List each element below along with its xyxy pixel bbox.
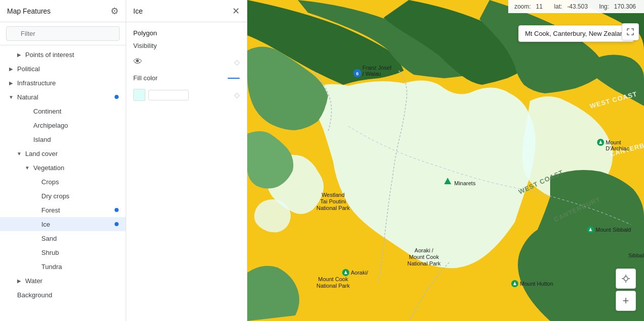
- chevron-forest: [31, 206, 39, 214]
- svg-text:National Park: National Park: [316, 283, 350, 289]
- label-archipelago: Archipelago: [33, 122, 119, 129]
- visibility-label: Visibility: [133, 42, 157, 49]
- visibility-row: Visibility: [133, 42, 240, 49]
- nav-item-natural[interactable]: ▼Natural: [0, 90, 126, 104]
- nav-item-forest[interactable]: Forest: [0, 203, 126, 217]
- sidebar-title: Map Features: [7, 7, 50, 15]
- label-island: Island: [33, 136, 119, 143]
- chevron-dry-crops: [31, 192, 39, 200]
- chevron-natural: ▼: [7, 93, 15, 101]
- fill-color-row: Fill color: [133, 74, 240, 82]
- sidebar: Map Features ⚙ ≡ ▶Points of interest▶Pol…: [0, 0, 126, 321]
- nav-item-ice[interactable]: Ice: [0, 217, 126, 231]
- svg-text:Mount Cook: Mount Cook: [318, 276, 348, 282]
- nav-item-water[interactable]: ▶Water: [0, 274, 126, 288]
- svg-text:Tai Poutini: Tai Poutini: [320, 198, 346, 204]
- color-hex-input[interactable]: DBFFF8: [148, 90, 189, 100]
- svg-text:/ Walau: / Walau: [362, 71, 381, 77]
- nav-item-sand[interactable]: Sand: [0, 231, 126, 245]
- label-ice: Ice: [41, 221, 115, 228]
- chevron-ice: [31, 220, 39, 228]
- svg-text:Minarets: Minarets: [454, 180, 476, 186]
- nav-item-land-cover[interactable]: ▼Land cover: [0, 146, 126, 161]
- zoom-in-button[interactable]: +: [616, 291, 636, 311]
- zoom-value: 11: [536, 3, 543, 10]
- svg-text:Aoraki /: Aoraki /: [414, 247, 434, 253]
- chevron-land-cover: ▼: [15, 149, 23, 157]
- dot-natural: [115, 95, 119, 99]
- color-input-row: DBFFF8 ◇: [133, 89, 240, 101]
- chevron-political: ▶: [7, 65, 15, 73]
- chevron-continent: [23, 107, 31, 115]
- nav-item-crops[interactable]: Crops: [0, 175, 126, 189]
- nav-item-continent[interactable]: Continent: [0, 104, 126, 118]
- label-infrastructure: Infrastructure: [17, 79, 119, 87]
- svg-text:Mount: Mount: [606, 139, 621, 145]
- svg-text:Mount Hutton: Mount Hutton: [520, 281, 553, 287]
- label-vegetation: Vegetation: [33, 164, 119, 172]
- filter-wrapper: ≡: [6, 26, 120, 41]
- chevron-points-of-interest: ▶: [15, 50, 23, 59]
- label-background: Background: [17, 291, 119, 299]
- color-input-container: DBFFF8: [133, 89, 189, 101]
- label-sand: Sand: [41, 235, 119, 242]
- sidebar-header: Map Features ⚙: [0, 0, 126, 22]
- nav-tree: ▶Points of interest▶Political▶Infrastruc…: [0, 45, 126, 321]
- chevron-crops: [31, 178, 39, 186]
- dot-ice: [115, 222, 119, 226]
- nav-item-tundra[interactable]: Tundra: [0, 259, 126, 274]
- fill-color-line: [228, 78, 240, 79]
- fullscreen-button[interactable]: [622, 23, 639, 40]
- chevron-shrub: [31, 248, 39, 256]
- location-button[interactable]: [616, 269, 636, 289]
- panel-section-title: Polygon: [133, 29, 240, 37]
- color-swatch[interactable]: [133, 89, 145, 101]
- label-crops: Crops: [41, 178, 119, 186]
- lat-label: lat:: [554, 3, 562, 10]
- label-natural: Natural: [17, 93, 115, 101]
- svg-text:D'Archiac: D'Archiac: [606, 145, 629, 151]
- chevron-sand: [31, 234, 39, 242]
- visibility-controls-row: 👁 ◇: [133, 57, 240, 67]
- map-controls: +: [616, 269, 636, 311]
- diamond-icon[interactable]: ◇: [234, 58, 240, 66]
- chevron-infrastructure: ▶: [7, 79, 15, 87]
- dot-forest: [115, 208, 119, 212]
- svg-text:Mount Cook: Mount Cook: [409, 254, 439, 260]
- filter-input[interactable]: [6, 26, 120, 41]
- label-shrub: Shrub: [41, 249, 119, 256]
- nav-item-vegetation[interactable]: ▼Vegetation: [0, 161, 126, 175]
- svg-text:Westland: Westland: [321, 192, 345, 198]
- label-political: Political: [17, 65, 119, 73]
- svg-text:Franz Josef: Franz Josef: [362, 65, 392, 71]
- label-land-cover: Land cover: [25, 150, 119, 157]
- map-info-bar: zoom: 11 lat: -43.503 lng: 170.306: [508, 0, 644, 13]
- nav-item-infrastructure[interactable]: ▶Infrastructure: [0, 76, 126, 90]
- nav-item-island[interactable]: Island: [0, 132, 126, 146]
- filter-bar: ≡: [0, 22, 126, 45]
- panel-body: Polygon Visibility 👁 ◇ Fill color DBFFF8…: [126, 22, 247, 321]
- nav-item-shrub[interactable]: Shrub: [0, 245, 126, 259]
- nav-item-archipelago[interactable]: Archipelago: [0, 118, 126, 132]
- svg-text:Aoraki/: Aoraki/: [351, 270, 368, 276]
- svg-text:Mount Sibbald: Mount Sibbald: [596, 227, 631, 233]
- nav-item-points-of-interest[interactable]: ▶Points of interest: [0, 47, 126, 62]
- eye-icon[interactable]: 👁: [133, 57, 142, 67]
- chevron-vegetation: ▼: [23, 164, 31, 172]
- panel-header: Ice ✕: [126, 0, 247, 22]
- chevron-island: [23, 135, 31, 143]
- gear-icon[interactable]: ⚙: [111, 6, 119, 17]
- chevron-water: ▶: [15, 277, 23, 285]
- close-icon[interactable]: ✕: [232, 6, 240, 17]
- nav-item-background[interactable]: Background: [0, 288, 126, 302]
- panel-title: Ice: [133, 7, 143, 15]
- lng-label: lng:: [599, 3, 609, 10]
- label-tundra: Tundra: [41, 263, 119, 271]
- map-container[interactable]: zoom: 11 lat: -43.503 lng: 170.306: [247, 0, 644, 321]
- chevron-background: [7, 291, 15, 299]
- nav-item-political[interactable]: ▶Political: [0, 62, 126, 76]
- chevron-tundra: [31, 262, 39, 271]
- nav-item-dry-crops[interactable]: Dry crops: [0, 189, 126, 203]
- color-diamond-icon[interactable]: ◇: [234, 91, 240, 99]
- panel: Ice ✕ Polygon Visibility 👁 ◇ Fill color …: [126, 0, 247, 321]
